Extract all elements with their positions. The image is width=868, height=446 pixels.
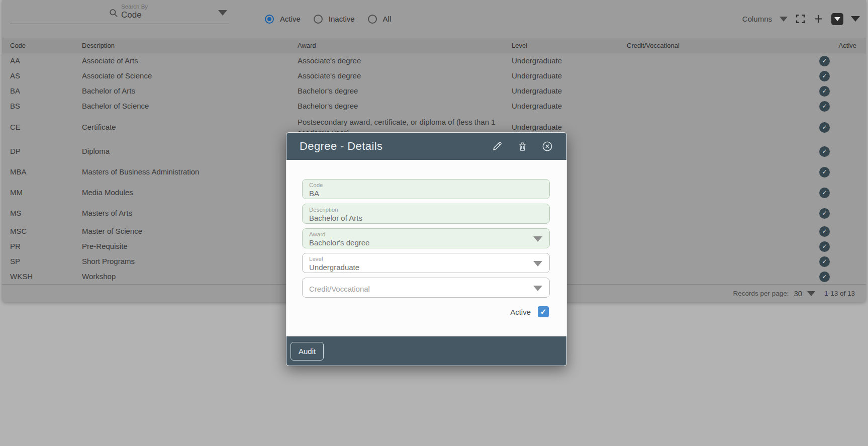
- more-caret-icon[interactable]: [851, 16, 860, 22]
- column-header-active[interactable]: Active: [784, 42, 866, 49]
- cell-description: Certificate: [82, 122, 298, 132]
- active-check-circle-icon: ✓: [819, 188, 830, 198]
- dropdown-caret-icon[interactable]: [533, 236, 542, 242]
- cell-description: Associate of Science: [82, 71, 298, 81]
- active-check-circle-icon: ✓: [819, 241, 830, 252]
- cell-level: Undergraduate: [512, 56, 627, 66]
- cell-level: Undergraduate: [512, 122, 627, 132]
- cell-active: ✓: [784, 56, 866, 66]
- search-icon: [109, 8, 119, 20]
- audit-button[interactable]: Audit: [291, 342, 324, 361]
- cell-code: MM: [10, 188, 82, 198]
- column-header-credit-voccational[interactable]: Credit/Voccational: [627, 42, 784, 49]
- active-check-circle-icon: ✓: [819, 146, 830, 157]
- cell-description: Pre-Requisite: [82, 241, 298, 251]
- modal-title: Degree - Details: [300, 140, 479, 153]
- field-label: Award: [309, 231, 529, 238]
- cell-description: Master of Science: [82, 226, 298, 236]
- search-by-label: Search By: [121, 4, 148, 10]
- degree-details-modal: Degree - Details CodeBADescriptionBachel…: [286, 132, 567, 366]
- column-header-code[interactable]: Code: [10, 42, 82, 49]
- active-check-circle-icon: ✓: [819, 226, 830, 237]
- cell-active: ✓: [784, 146, 866, 157]
- column-header-level[interactable]: Level: [512, 42, 627, 49]
- field-credit-voccational[interactable]: Credit/Voccational: [302, 278, 550, 298]
- cell-description: Bachelor of Science: [82, 101, 298, 111]
- search-by-value: Code: [121, 10, 148, 20]
- status-filter-radio-group: ActiveInactiveAll: [265, 0, 391, 38]
- column-header-description[interactable]: Description: [82, 42, 298, 49]
- delete-icon[interactable]: [515, 139, 529, 153]
- close-icon[interactable]: [540, 139, 554, 153]
- radio-inactive[interactable]: Inactive: [314, 15, 355, 24]
- cell-code: PR: [10, 241, 82, 251]
- field-value: Undergraduate: [309, 263, 529, 273]
- records-per-page-value[interactable]: 30: [794, 289, 803, 298]
- active-check-circle-icon: ✓: [819, 122, 830, 133]
- cell-code: MSC: [10, 226, 82, 236]
- cell-active: ✓: [784, 188, 866, 198]
- add-icon[interactable]: [813, 14, 824, 24]
- cell-active: ✓: [784, 101, 866, 112]
- field-value: BA: [309, 189, 529, 199]
- cell-active: ✓: [784, 208, 866, 219]
- cell-level: Undergraduate: [512, 86, 627, 96]
- radio-circle-icon[interactable]: [314, 15, 323, 24]
- table-row-ba[interactable]: BABachelor of ArtsBachelor's degreeUnder…: [2, 83, 866, 99]
- active-checkbox[interactable]: ✓: [538, 306, 549, 317]
- field-value: Bachelor of Arts: [309, 214, 529, 223]
- columns-caret-icon[interactable]: [780, 17, 788, 22]
- table-row-as[interactable]: ASAssociate of ScienceAssociate's degree…: [2, 68, 866, 83]
- radio-circle-icon[interactable]: [368, 15, 377, 24]
- field-award[interactable]: AwardBachelor's degree: [302, 228, 550, 248]
- cell-level: Undergraduate: [512, 101, 627, 111]
- table-toolbar: Search By Code ActiveInactiveAll Columns: [2, 0, 866, 38]
- modal-footer: Audit: [286, 336, 566, 366]
- modal-form: CodeBADescriptionBachelor of ArtsAwardBa…: [286, 160, 566, 336]
- cell-active: ✓: [784, 86, 866, 97]
- cell-active: ✓: [784, 122, 866, 133]
- column-header-award[interactable]: Award: [298, 42, 512, 49]
- table-actions: Columns: [742, 0, 860, 38]
- table-row-bs[interactable]: BSBachelor of ScienceBachelor's degreeUn…: [2, 99, 866, 114]
- cell-level: Undergraduate: [512, 71, 627, 81]
- search-caret-icon[interactable]: [218, 10, 227, 16]
- radio-all[interactable]: All: [368, 15, 392, 24]
- cell-active: ✓: [784, 167, 866, 177]
- columns-button[interactable]: Columns: [742, 15, 772, 23]
- cell-description: Masters of Business Administration: [82, 167, 298, 177]
- cell-award: Associate's degree: [298, 71, 512, 81]
- fullscreen-icon[interactable]: [795, 14, 806, 24]
- cell-description: Diploma: [82, 146, 298, 156]
- cell-code: DP: [10, 146, 82, 156]
- cell-code: WKSH: [10, 272, 82, 282]
- table-header-row: CodeDescriptionAwardLevelCredit/Voccatio…: [2, 38, 866, 53]
- dropdown-caret-icon[interactable]: [533, 261, 542, 266]
- table-row-aa[interactable]: AAAssociate of ArtsAssociate's degreeUnd…: [2, 53, 866, 68]
- cell-active: ✓: [784, 256, 866, 267]
- cell-code: BS: [10, 101, 82, 111]
- records-per-page-caret-icon[interactable]: [807, 291, 815, 296]
- edit-icon[interactable]: [490, 139, 504, 153]
- cell-active: ✓: [784, 241, 866, 252]
- field-level[interactable]: LevelUndergraduate: [302, 253, 550, 273]
- active-check-circle-icon: ✓: [819, 208, 830, 219]
- radio-circle-icon[interactable]: [265, 15, 274, 24]
- field-description[interactable]: DescriptionBachelor of Arts: [302, 204, 550, 224]
- field-value: Bachelor's degree: [309, 238, 529, 248]
- cell-code: AS: [10, 71, 82, 81]
- field-code[interactable]: CodeBA: [302, 179, 550, 199]
- cell-description: Short Programs: [82, 256, 298, 266]
- dropdown-caret-icon[interactable]: [533, 286, 542, 291]
- field-label: Level: [309, 256, 529, 263]
- export-icon[interactable]: [831, 13, 843, 25]
- pagination-range-label: 1-13 of 13: [824, 290, 855, 297]
- cell-award: Bachelor's degree: [298, 86, 512, 96]
- search-by-control[interactable]: Search By Code: [10, 0, 229, 24]
- cell-description: Masters of Arts: [82, 208, 298, 218]
- active-check-circle-icon: ✓: [819, 256, 830, 267]
- active-check-circle-icon: ✓: [819, 167, 830, 177]
- radio-active[interactable]: Active: [265, 15, 301, 24]
- field-label: Credit/Voccational: [309, 285, 370, 294]
- radio-label: All: [383, 15, 392, 23]
